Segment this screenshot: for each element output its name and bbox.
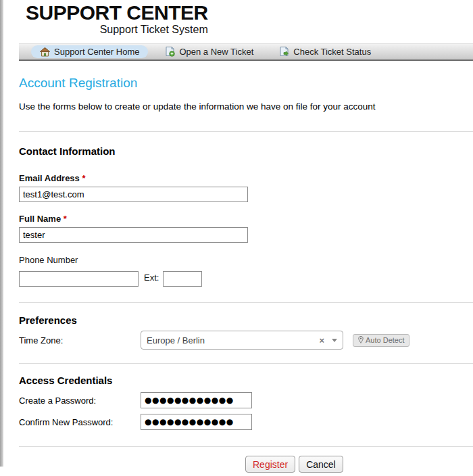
- divider: [19, 363, 473, 364]
- logo-title: SUPPORT CENTER: [26, 2, 208, 24]
- divider: [19, 446, 473, 447]
- page-description: Use the forms below to create or update …: [19, 101, 473, 112]
- tab-support-center-home[interactable]: Support Center Home: [31, 45, 148, 58]
- fullname-label: Full Name *: [19, 214, 473, 224]
- page: SUPPORT CENTER Support Ticket System G S…: [19, 0, 473, 473]
- divider: [19, 131, 473, 132]
- ext-label: Ext:: [144, 272, 159, 283]
- tab-label: Check Ticket Status: [293, 47, 371, 57]
- header: SUPPORT CENTER Support Ticket System G: [19, 0, 473, 43]
- auto-detect-button[interactable]: Auto Detect: [353, 334, 409, 347]
- section-heading-credentials: Access Credentials: [19, 375, 473, 386]
- section-heading-preferences: Preferences: [19, 314, 473, 326]
- phone-field[interactable]: [19, 271, 139, 287]
- timezone-selected-value: Europe / Berlin: [147, 335, 205, 346]
- tab-open-new-ticket[interactable]: Open a New Ticket: [156, 45, 262, 58]
- timezone-select[interactable]: Europe / Berlin ×: [141, 331, 343, 350]
- timezone-row: Time Zone: Europe / Berlin × Auto Detect: [19, 331, 473, 350]
- confirm-password-row: Confirm New Password:: [19, 414, 473, 430]
- chevron-down-icon[interactable]: [332, 339, 337, 342]
- confirm-password-label: Confirm New Password:: [19, 417, 141, 427]
- timezone-label: Time Zone:: [19, 335, 141, 346]
- auto-detect-label: Auto Detect: [366, 336, 404, 344]
- fullname-label-text: Full Name: [19, 214, 61, 224]
- clear-selection-icon[interactable]: ×: [319, 335, 324, 346]
- divider: [19, 302, 473, 303]
- new-ticket-icon: [165, 47, 175, 57]
- tab-label: Support Center Home: [54, 47, 139, 57]
- email-label-text: Email Address: [19, 173, 80, 183]
- location-pin-icon: [358, 336, 364, 345]
- tab-label: Open a New Ticket: [179, 47, 253, 57]
- confirm-password-field[interactable]: [141, 414, 252, 430]
- nav-bar: Support Center Home Open a New Ticket: [19, 43, 473, 61]
- required-marker: *: [82, 173, 85, 183]
- section-heading-contact: Contact Information: [19, 145, 473, 157]
- logo: SUPPORT CENTER Support Ticket System: [26, 2, 208, 36]
- fullname-field[interactable]: [19, 227, 248, 243]
- ticket-status-icon: [279, 47, 289, 57]
- register-button[interactable]: Register: [245, 456, 295, 473]
- password-label: Create a Password:: [19, 396, 141, 406]
- password-field[interactable]: [141, 392, 252, 408]
- email-label: Email Address *: [19, 173, 473, 183]
- window-edge-strip: [0, 0, 3, 467]
- email-field[interactable]: [19, 187, 248, 202]
- cancel-button[interactable]: Cancel: [299, 456, 343, 473]
- required-marker: *: [64, 214, 67, 224]
- phone-label: Phone Number: [19, 255, 473, 265]
- logo-tagline: Support Ticket System: [26, 24, 208, 36]
- ext-field[interactable]: [163, 271, 202, 287]
- phone-row: Ext:: [19, 268, 473, 287]
- tab-check-ticket-status[interactable]: Check Ticket Status: [270, 45, 380, 58]
- page-title: Account Registration: [19, 75, 473, 91]
- password-row: Create a Password:: [19, 392, 473, 408]
- form-actions: Register Cancel: [19, 456, 473, 473]
- home-icon: [40, 47, 50, 57]
